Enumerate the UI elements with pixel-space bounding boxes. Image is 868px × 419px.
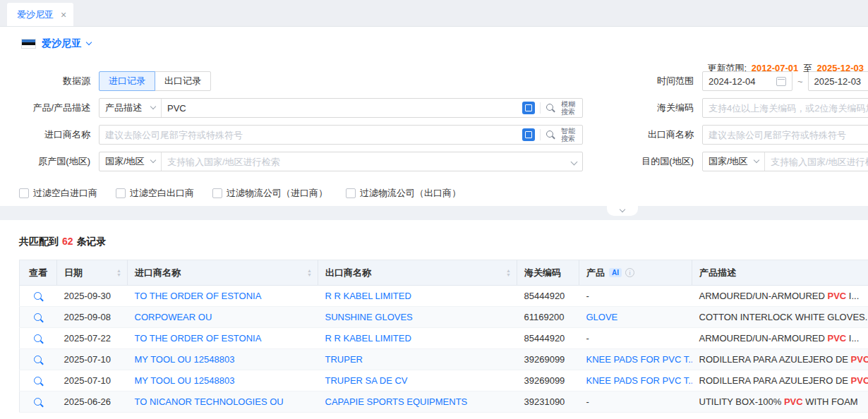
cell-importer[interactable]: CORPOWEAR OU <box>128 307 318 328</box>
divider <box>540 102 541 114</box>
image-search-icon[interactable] <box>522 128 535 141</box>
date-range-separator: ~ <box>797 76 803 87</box>
filter-logistics-importer-checkbox[interactable]: 过滤物流公司（进口商） <box>212 187 327 200</box>
product-input[interactable] <box>162 99 517 117</box>
hs-code-label: 海关编码 <box>614 102 702 114</box>
cell-description: RODILLERA PARA AZULEJERO DE PVC <box>692 370 868 391</box>
chevron-down-icon <box>150 104 156 109</box>
smart-search-label[interactable]: 智能搜索 <box>561 127 577 142</box>
view-record-icon[interactable] <box>33 334 44 344</box>
cell-hs-code: 85444920 <box>517 328 579 349</box>
image-search-icon[interactable] <box>522 102 535 114</box>
product-input-icons: 模糊搜索 <box>517 100 582 116</box>
cell-product[interactable]: KNEE PADS FOR PVC T... <box>579 349 692 370</box>
origin-input-group: 国家/地区 <box>99 152 583 171</box>
col-date[interactable]: 日期▲▼ <box>57 260 128 286</box>
col-product: 产品AIi <box>579 260 692 286</box>
cell-importer[interactable]: TO NICANOR TECHNOLOGIES OU <box>128 391 318 413</box>
filter-panel: 爱沙尼亚 更新范围: 2012-07-01 至 2025-12-03 数据源 进… <box>0 27 868 206</box>
cell-date: 2025-09-30 <box>57 286 128 307</box>
exporter-group: 出口商名称 <box>614 125 868 145</box>
col-importer[interactable]: 进口商名称▲▼ <box>128 260 318 286</box>
view-record-icon[interactable] <box>33 397 44 408</box>
calendar-icon <box>776 77 786 86</box>
destination-type-select[interactable]: 国家/地区 <box>703 152 765 171</box>
sort-icon[interactable]: ▲▼ <box>307 269 312 277</box>
view-record-icon[interactable] <box>33 291 44 302</box>
importer-label: 进口商名称 <box>0 128 99 141</box>
cell-importer[interactable]: TO THE ORDER OF ESTONIA <box>128 328 318 349</box>
estonia-flag-icon <box>21 39 36 49</box>
hs-code-input[interactable] <box>702 98 868 118</box>
cell-exporter[interactable]: TRUPER SA DE CV <box>318 370 517 391</box>
cell-date: 2025-07-10 <box>57 349 128 370</box>
checkbox-icon <box>212 188 222 198</box>
cell-exporter[interactable]: R R KABEL LIMITED <box>318 328 517 349</box>
cell-product: - <box>579 391 692 413</box>
sort-icon[interactable]: ▲▼ <box>116 269 121 277</box>
results-panel: 共匹配到62条记录 查看 日期▲▼ 进口商名称▲▼ 出口商名称▲▼ 海关编码 产… <box>0 220 868 419</box>
exporter-input[interactable] <box>702 125 868 145</box>
origin-input[interactable] <box>162 152 572 171</box>
date-from-input[interactable]: 2024-12-04 <box>702 71 792 91</box>
cell-date: 2025-09-08 <box>57 307 128 328</box>
cell-importer[interactable]: TO THE ORDER OF ESTONIA <box>128 286 318 307</box>
fuzzy-search-label[interactable]: 模糊搜索 <box>561 100 577 116</box>
cell-hs-code: 85444920 <box>517 286 579 307</box>
cell-product[interactable]: GLOVE <box>579 307 692 328</box>
tab-label: 爱沙尼亚 <box>17 8 54 21</box>
export-records-toggle[interactable]: 出口记录 <box>155 71 211 91</box>
cell-importer[interactable]: MY TOOL OU 12548803 <box>128 370 318 391</box>
destination-label: 目的国(地区) <box>614 155 702 168</box>
summary-suffix: 条记录 <box>77 236 107 247</box>
tab-estonia[interactable]: 爱沙尼亚 × <box>7 3 73 26</box>
close-icon[interactable]: × <box>61 10 66 20</box>
sort-icon[interactable]: ▲▼ <box>506 269 511 277</box>
origin-type-select[interactable]: 国家/地区 <box>100 152 162 171</box>
date-to-input[interactable]: 2025-12-03 <box>808 71 868 91</box>
date-to-value: 2025-12-03 <box>814 76 862 87</box>
checkbox-label: 过滤空白出口商 <box>130 187 194 200</box>
cell-exporter[interactable]: R R KABEL LIMITED <box>318 286 517 307</box>
table-row: 2025-09-08 CORPOWEAR OU SUNSHINE GLOVES … <box>20 307 868 328</box>
smart-search-icon[interactable] <box>545 130 556 140</box>
info-icon[interactable]: i <box>625 268 634 277</box>
cell-description: RODILLERA PARA AZULEJERO DE PVC <box>692 349 868 370</box>
filter-empty-importer-checkbox[interactable]: 过滤空白进口商 <box>19 187 97 200</box>
time-range-group: 时间范围 2024-12-04 ~ 2025-12-03 <box>614 71 868 91</box>
filter-empty-exporter-checkbox[interactable]: 过滤空白出口商 <box>116 187 194 200</box>
checkbox-icon <box>116 188 126 198</box>
filter-logistics-exporter-checkbox[interactable]: 过滤物流公司（出口商） <box>346 187 461 200</box>
filter-form: 数据源 进口记录 出口记录 时间范围 2024-12-04 ~ 2025-12-… <box>0 71 868 178</box>
product-type-select[interactable]: 产品描述 <box>100 99 162 117</box>
divider <box>540 129 541 140</box>
data-source-label: 数据源 <box>0 75 99 87</box>
cell-description: ARMOURED/UN-ARMOURED PVC I... <box>692 328 868 349</box>
col-exporter[interactable]: 出口商名称▲▼ <box>318 260 517 286</box>
data-source-toggle: 进口记录 出口记录 <box>99 71 211 91</box>
table-header-row: 查看 日期▲▼ 进口商名称▲▼ 出口商名称▲▼ 海关编码 产品AIi 产品描述 <box>20 260 868 286</box>
collapse-filters-button[interactable] <box>607 206 638 216</box>
cell-date: 2025-07-22 <box>57 328 128 349</box>
chevron-down-icon <box>150 157 156 163</box>
chevron-down-icon <box>86 40 92 45</box>
cell-date: 2025-06-26 <box>57 391 128 413</box>
import-records-toggle[interactable]: 进口记录 <box>99 71 155 91</box>
checkbox-icon <box>346 188 356 198</box>
chevron-down-icon <box>571 158 578 165</box>
fuzzy-search-icon[interactable] <box>545 103 556 114</box>
view-record-icon[interactable] <box>33 355 44 365</box>
view-record-icon[interactable] <box>33 312 44 323</box>
view-record-icon[interactable] <box>33 376 44 387</box>
cell-exporter[interactable]: SUNSHINE GLOVES <box>318 307 517 328</box>
country-selector[interactable]: 爱沙尼亚 <box>21 37 91 50</box>
row-product: 产品/产品描述 产品描述 模糊搜索 海关编码 <box>0 98 868 118</box>
destination-input[interactable] <box>765 152 868 171</box>
date-from-value: 2024-12-04 <box>709 76 756 87</box>
cell-exporter[interactable]: TRUPER <box>318 349 517 370</box>
row-origin: 原产国(地区) 国家/地区 目的国(地区) 国家/地区 <box>0 152 868 171</box>
importer-input[interactable] <box>100 126 517 144</box>
cell-importer[interactable]: MY TOOL OU 12548803 <box>128 349 318 370</box>
cell-exporter[interactable]: CAPAPIE SPORTS EQUIPMENTS <box>318 391 517 413</box>
cell-product[interactable]: KNEE PADS FOR PVC T... <box>579 370 692 391</box>
